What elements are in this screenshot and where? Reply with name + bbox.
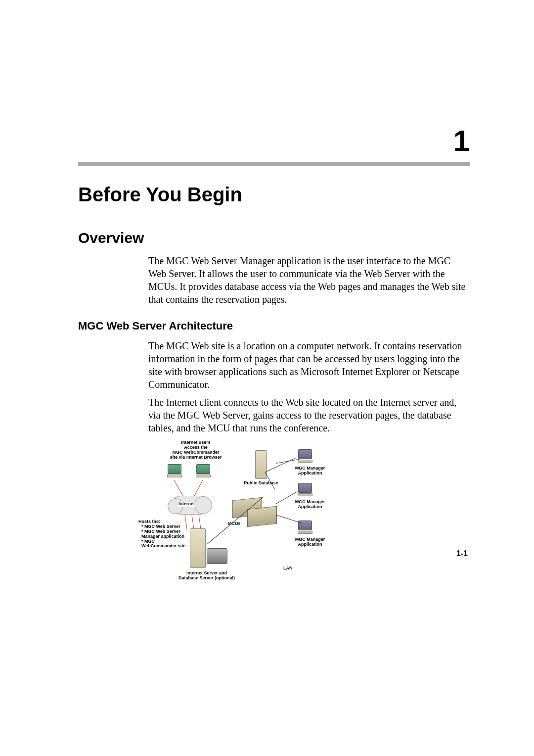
diagram-label-hosts: Hosts the: * MGC Web Server * MGC Web Se…: [138, 520, 188, 549]
diagram-label-mgc-manager: MGC Manager Application: [289, 537, 331, 547]
public-database-icon: [255, 450, 267, 479]
chapter-title: Before You Begin: [78, 184, 470, 206]
diagram-label-lan: LAN: [283, 566, 293, 571]
diagram-label-internet-users: Internet users Access the MGC WebCommand…: [166, 440, 225, 460]
manager-pc-icon: [297, 449, 313, 464]
mcu-icon: [247, 506, 277, 527]
diagram-label-mgc-manager: MGC Manager Application: [289, 466, 331, 476]
architecture-paragraph-1: The MGC Web site is a location on a comp…: [148, 339, 470, 391]
architecture-diagram: Internet users Access the MGC WebCommand…: [148, 440, 405, 584]
connection-line: [193, 480, 203, 498]
subsection-architecture-title: MGC Web Server Architecture: [78, 320, 470, 332]
section-overview-title: Overview: [78, 230, 470, 246]
internet-server-icon: [190, 528, 206, 568]
overview-paragraph: The MGC Web Server Manager application i…: [148, 254, 470, 306]
architecture-paragraph-2: The Internet client connects to the Web …: [148, 396, 470, 434]
diagram-label-internet: Internet: [178, 502, 195, 507]
page-number: 1-1: [456, 549, 468, 558]
manager-pc-icon: [297, 483, 313, 498]
lan-line: [276, 459, 299, 464]
server-monitor-icon: [207, 548, 227, 564]
client-pc-icon: [195, 464, 212, 479]
diagram-label-internet-server: Internet Server and Database Server (opt…: [172, 571, 241, 581]
chapter-number: 1: [78, 124, 470, 158]
diagram-label-public-database: Public Database: [235, 481, 287, 486]
chapter-rule: [78, 162, 470, 166]
diagram-label-mgc-manager: MGC Manager Application: [289, 500, 331, 510]
lan-line: [276, 515, 303, 523]
client-pc-icon: [166, 464, 183, 479]
